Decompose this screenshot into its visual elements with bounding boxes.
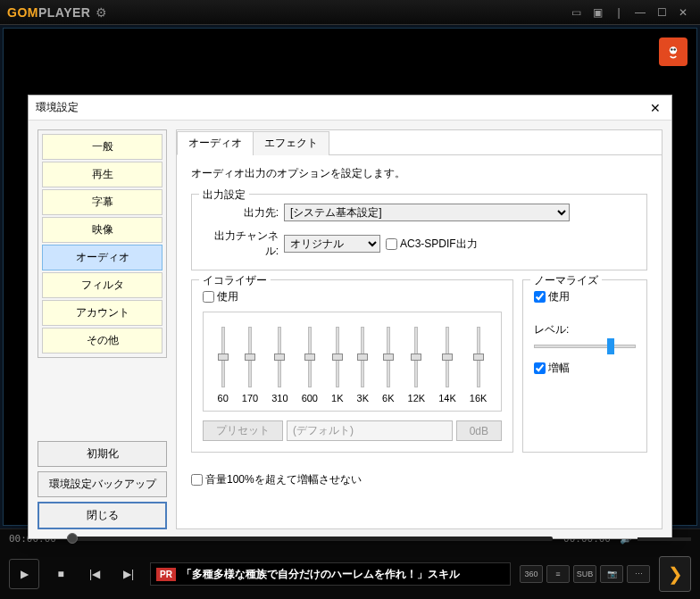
normalize-use-checkbox[interactable]: 使用	[534, 290, 570, 303]
preset-button: プリセット	[203, 420, 283, 441]
zero-db-button: 0dB	[456, 420, 502, 441]
output-dest-label: 出力先:	[203, 205, 279, 220]
sidebar-item-other[interactable]: その他	[42, 328, 162, 354]
svg-point-1	[671, 48, 673, 51]
volume-slider[interactable]	[638, 537, 691, 541]
fullwin-icon[interactable]: ▣	[588, 4, 607, 21]
news-ticker[interactable]: PR 「多種多様な種族で自分だけのハーレムを作れ！」スキル	[150, 562, 511, 586]
more-button[interactable]: ⋯	[627, 565, 650, 583]
prev-button[interactable]: |◀	[82, 562, 107, 587]
preferences-dialog: 環境設定 ✕ 一般 再生 字幕 映像 オーディオ フィルタ アカウント その他 …	[28, 95, 672, 539]
capture-button[interactable]: 📷	[600, 565, 623, 583]
normalize-level-label: レベル:	[534, 322, 636, 337]
eq-slider-60[interactable]	[221, 327, 225, 387]
eq-slider-6k[interactable]	[387, 327, 390, 387]
close-window-icon[interactable]: ✕	[673, 4, 693, 21]
eq-slider-310[interactable]	[278, 327, 281, 387]
normalize-amp-checkbox[interactable]: 増幅	[534, 362, 570, 374]
next-track-button[interactable]: ▶|	[116, 562, 141, 587]
close-dialog-button[interactable]: 閉じる	[38, 502, 167, 529]
svg-point-0	[670, 46, 677, 54]
subtitle-button[interactable]: SUB	[573, 565, 596, 583]
normalize-title: ノーマライズ	[530, 273, 602, 288]
play-button[interactable]: ▶	[9, 559, 39, 589]
maximize-icon[interactable]: ☐	[652, 4, 671, 21]
sidebar-item-subtitle[interactable]: 字幕	[42, 189, 162, 215]
output-channel-select[interactable]: オリジナル	[284, 235, 380, 253]
divider: |	[609, 4, 629, 21]
video-area: 環境設定 ✕ 一般 再生 字幕 映像 オーディオ フィルタ アカウント その他 …	[3, 28, 697, 526]
eq-slider-170[interactable]	[248, 327, 252, 387]
gom-badge-icon	[659, 37, 688, 66]
eq-slider-1k[interactable]	[336, 327, 339, 387]
sidebar-item-general[interactable]: 一般	[42, 134, 162, 160]
preset-combo: (デフォルト)	[287, 420, 453, 441]
gear-icon[interactable]: ⚙	[96, 5, 107, 20]
sidebar-item-audio[interactable]: オーディオ	[42, 245, 162, 270]
seek-bar[interactable]	[67, 537, 553, 541]
equalizer-title: イコライザー	[199, 273, 271, 288]
eq-slider-14k[interactable]	[446, 327, 449, 387]
eq-slider-12k[interactable]	[414, 327, 418, 387]
eq-sliders: 60 170 310 600 1K 3K 6K 12K 14K 16K	[203, 312, 502, 412]
side-panel-button[interactable]: ❯	[659, 556, 691, 592]
output-settings-title: 出力設定	[199, 187, 249, 203]
normalize-level-slider[interactable]	[534, 345, 636, 348]
sidebar-item-filter[interactable]: フィルタ	[42, 272, 162, 298]
stop-button[interactable]: ■	[48, 562, 73, 587]
pr-badge: PR	[156, 568, 176, 581]
compact-icon[interactable]: ▭	[566, 4, 586, 21]
sidebar-item-video[interactable]: 映像	[42, 217, 162, 243]
eq-slider-3k[interactable]	[361, 327, 364, 387]
tab-audio[interactable]: オーディオ	[177, 131, 254, 155]
output-dest-select[interactable]: [システム基本設定]	[284, 204, 570, 221]
eq-slider-16k[interactable]	[477, 327, 480, 387]
reset-button[interactable]: 初期化	[38, 441, 167, 467]
eq-use-checkbox[interactable]: 使用	[203, 290, 238, 303]
dialog-title: 環境設定	[36, 100, 79, 115]
backup-button[interactable]: 環境設定バックアップ	[38, 471, 167, 497]
ac3-spdif-checkbox[interactable]: AC3-SPDIF出力	[386, 237, 478, 252]
playlist-button[interactable]: ≡	[546, 565, 570, 583]
minimize-icon[interactable]: —	[630, 4, 650, 21]
sidebar-item-account[interactable]: アカウント	[42, 300, 162, 326]
news-text: 「多種多様な種族で自分だけのハーレムを作れ！」スキル	[181, 567, 460, 582]
rotate-button[interactable]: 360	[520, 565, 543, 583]
app-logo: GOMPLAYER	[7, 5, 90, 20]
dialog-close-icon[interactable]: ✕	[646, 101, 664, 115]
eq-slider-600[interactable]	[308, 327, 312, 387]
svg-point-2	[673, 48, 676, 51]
limit-volume-checkbox[interactable]: 音量100%を超えて増幅させない	[191, 473, 362, 486]
sidebar-item-playback[interactable]: 再生	[42, 162, 162, 187]
tab-effect[interactable]: エフェクト	[253, 131, 329, 155]
tab-description: オーディオ出力のオプションを設定します。	[191, 166, 647, 181]
output-channel-label: 出力チャンネル:	[203, 229, 279, 259]
